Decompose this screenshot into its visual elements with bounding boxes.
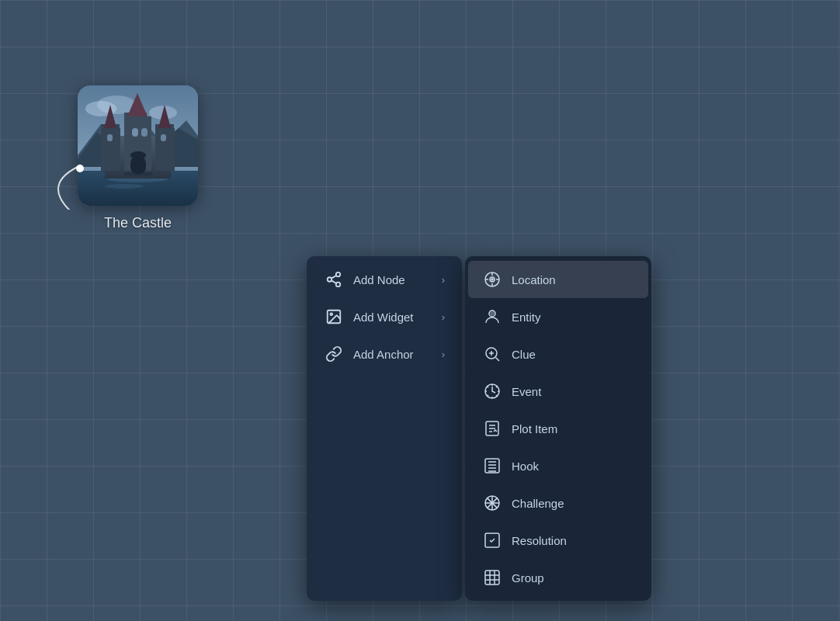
svg-point-8	[105, 184, 144, 189]
location-label: Location	[512, 273, 634, 286]
group-label: Group	[512, 571, 634, 585]
svg-point-38	[330, 313, 332, 315]
add-anchor-item[interactable]: Add Anchor ›	[310, 335, 459, 373]
location-icon	[482, 269, 502, 290]
svg-rect-27	[107, 134, 113, 141]
plot-item-item[interactable]: Plot Item	[468, 410, 648, 447]
entity-label: Entity	[512, 310, 634, 324]
hook-icon	[482, 456, 502, 476]
svg-rect-76	[485, 571, 499, 585]
resolution-icon	[482, 530, 502, 550]
svg-rect-28	[161, 134, 166, 141]
event-item[interactable]: Event	[468, 373, 648, 410]
svg-line-57	[488, 387, 488, 387]
svg-rect-26	[141, 128, 148, 137]
hook-item[interactable]: Hook	[468, 447, 648, 484]
svg-rect-25	[132, 128, 138, 137]
link-icon	[324, 344, 344, 364]
event-icon	[482, 381, 502, 401]
svg-line-36	[331, 276, 336, 279]
svg-rect-18	[155, 128, 175, 171]
hook-label: Hook	[512, 460, 634, 473]
secondary-menu: Location Entity	[465, 256, 651, 601]
add-widget-item[interactable]: Add Widget ›	[310, 298, 459, 335]
svg-point-47	[491, 312, 494, 315]
castle-label: The Castle	[104, 215, 172, 231]
share-icon	[324, 269, 344, 290]
svg-point-45	[491, 279, 493, 280]
primary-menu: Add Node › Add Widget › Add Anchor	[307, 256, 462, 601]
connection-dot	[76, 165, 84, 172]
entity-icon	[482, 307, 502, 327]
image-icon	[324, 307, 344, 327]
clue-icon	[482, 344, 502, 364]
svg-line-35	[331, 280, 336, 283]
castle-image	[78, 85, 198, 206]
event-label: Event	[512, 385, 634, 398]
resolution-label: Resolution	[512, 534, 634, 547]
challenge-item[interactable]: Challenge	[468, 484, 648, 522]
context-menu-container: Add Node › Add Widget › Add Anchor	[307, 256, 651, 601]
resolution-item[interactable]: Resolution	[468, 522, 648, 559]
add-node-label: Add Node	[353, 273, 432, 286]
svg-line-59	[496, 387, 497, 387]
add-anchor-arrow: ›	[442, 349, 445, 360]
challenge-label: Challenge	[512, 497, 634, 510]
add-widget-arrow: ›	[442, 311, 445, 323]
svg-rect-31	[124, 172, 152, 175]
castle-node[interactable]: The Castle	[78, 85, 198, 231]
clue-label: Clue	[512, 348, 634, 361]
challenge-icon	[482, 493, 502, 513]
plot-icon	[482, 418, 502, 439]
clue-item[interactable]: Clue	[468, 335, 648, 373]
location-item[interactable]: Location	[468, 261, 648, 298]
plot-item-label: Plot Item	[512, 422, 634, 435]
connection-line	[16, 116, 93, 210]
svg-point-30	[130, 151, 146, 159]
add-node-arrow: ›	[442, 274, 445, 286]
add-widget-label: Add Widget	[353, 310, 432, 324]
entity-item[interactable]: Entity	[468, 298, 648, 335]
add-anchor-label: Add Anchor	[353, 348, 432, 361]
svg-line-49	[496, 358, 500, 362]
svg-line-60	[488, 395, 488, 396]
svg-line-58	[496, 395, 497, 396]
group-icon	[482, 567, 502, 588]
add-node-item[interactable]: Add Node ›	[310, 261, 459, 298]
group-item[interactable]: Group	[468, 559, 648, 596]
